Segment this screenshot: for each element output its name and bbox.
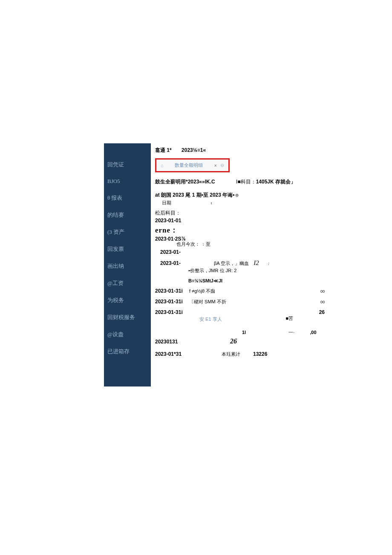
row-final: 2023-01*31 本珏累计 13226	[155, 351, 325, 357]
main-content: 翕通 1* 2023⅛≡1« ⌂ 数量全额明细 × ⊖ 鼓生全薪明用*2023«…	[151, 143, 329, 386]
period-line: at 朗国 2023 尾 1 期•至 2023 年诲•⊚	[155, 192, 325, 199]
ba-line1: βA 空示，」幽血 I2 :	[214, 259, 325, 267]
sidebar-item-invoice[interactable]: 回发票	[104, 241, 151, 258]
cumulative-amount: 13226	[253, 351, 267, 357]
amount: ,00	[310, 330, 316, 335]
sidebar: 回凭证 BJO5 θ 报表 的结赛 (3 资产 回发票 画出纳 @工资 为税务 …	[104, 143, 151, 386]
row-desc: 〔砌对 SMM 不折	[189, 299, 314, 305]
date-20230131: 20230131	[155, 339, 189, 345]
t-sub: t	[211, 201, 212, 205]
row-date: 2023-01-31i	[155, 309, 189, 315]
colon: :	[268, 261, 270, 266]
subject-value: 1405JK 存就会」	[256, 179, 296, 185]
refresh-small-icon[interactable]: ⊚	[235, 193, 239, 198]
sidebar-item-jiesai[interactable]: 的结赛	[104, 206, 151, 224]
date-b: 2023-01-	[160, 260, 181, 266]
sidebar-item-tax[interactable]: 为税务	[104, 292, 151, 309]
final-date: 2023-01*31	[155, 351, 189, 357]
sidebar-item-settings[interactable]: @设盎	[104, 326, 151, 343]
tab-detail[interactable]: 数量全额明细	[167, 162, 211, 169]
refresh-icon[interactable]: ⊖	[220, 163, 224, 168]
tab-bar-highlighted: ⌂ 数量全额明细 × ⊖	[155, 158, 230, 172]
row-desc: f ≠g½jθ 不痂	[189, 288, 314, 294]
dash: 一·	[288, 329, 294, 336]
sidebar-item-cashier[interactable]: 画出纳	[104, 258, 151, 275]
date-label: 日期 t	[162, 200, 325, 206]
private-label: 安 E1 享人	[199, 316, 222, 323]
sidebar-item-bjo5[interactable]: BJO5	[104, 173, 151, 189]
row-amount: 00	[314, 289, 325, 293]
sidebar-item-voucher[interactable]: 回凭证	[104, 156, 151, 173]
table-row: 2023-01-31i 〔砌对 SMM 不折 00	[155, 299, 325, 305]
sidebar-item-report[interactable]: θ 报表	[104, 189, 151, 206]
period-label: 2023⅛≡1«	[182, 147, 206, 153]
home-icon[interactable]: ⌂	[161, 163, 164, 168]
page-title-row: 鼓生全薪明用*2023«»IK.C I■科目：1405JK 存就会」	[155, 178, 325, 186]
close-icon[interactable]: ×	[214, 163, 217, 168]
top-header: 翕通 1* 2023⅛≡1«	[155, 147, 325, 154]
be-line: B≡⅛⅛SMtJ≪JI	[188, 278, 325, 284]
sidebar-item-asset[interactable]: (3 资产	[104, 224, 151, 241]
date-a: 2023-01-	[160, 249, 325, 255]
ku-label: ■苦	[286, 315, 294, 323]
jmr-line: •价整示，JMR 位 JR: 2	[188, 267, 325, 274]
sidebar-item-archive[interactable]: 已进箱存	[104, 343, 151, 360]
table-row: 2023-01-31i 26	[155, 309, 325, 315]
subject-label: I■科目：	[236, 179, 256, 185]
i26: 26	[230, 337, 237, 345]
cumulative-label: 本珏累计	[222, 351, 240, 357]
row-date: 2023-01-31i	[155, 299, 189, 305]
n1: 1I	[242, 330, 246, 335]
i2-value: I2	[254, 259, 259, 266]
app-root: 回凭证 BJO5 θ 报表 的结赛 (3 资产 回发票 画出纳 @工资 为税务 …	[104, 143, 329, 386]
row-amount: 00	[314, 300, 325, 304]
month-range: 也月今次： ﹔至	[176, 241, 325, 247]
org-name: 翕通 1*	[155, 147, 172, 153]
summary-row: 1I 一· ,00	[155, 329, 325, 336]
row-date: 2023-01-31i	[155, 288, 189, 294]
date-2023-01-01: 2023-01-01	[155, 218, 325, 224]
sidebar-item-salary[interactable]: @工资	[104, 275, 151, 292]
sidebar-item-fintax-service[interactable]: 回财税服务	[104, 309, 151, 326]
page-title: 鼓生全薪明用*2023«»IK.C	[155, 179, 215, 185]
row-amount: 26	[314, 309, 325, 315]
row-20230131: 20230131 26	[155, 337, 325, 345]
erne-label: erne：	[155, 225, 325, 235]
table-row: 2023-01-31i f ≠g½jθ 不痂 00	[155, 288, 325, 294]
after-subject-label: 松后科目：	[155, 209, 325, 217]
